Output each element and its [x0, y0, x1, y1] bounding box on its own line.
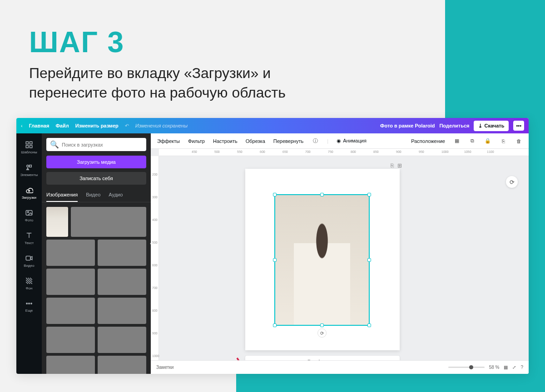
svg-rect-3: [30, 146, 32, 148]
search-input-wrap[interactable]: 🔍: [46, 138, 146, 151]
project-name[interactable]: Фото в рамке Polaroid: [380, 123, 435, 128]
undo-icon[interactable]: ↶: [125, 123, 129, 129]
rail-photos[interactable]: Фото: [16, 204, 42, 227]
rotate-handle[interactable]: ⟳: [317, 328, 327, 338]
link-icon[interactable]: ⧉: [469, 137, 476, 145]
resize-handle-nw[interactable]: [273, 193, 277, 196]
download-icon: ⤓: [478, 123, 482, 129]
resize-handle-n[interactable]: [320, 193, 324, 196]
trash-icon[interactable]: 🗑: [515, 137, 522, 145]
upload-thumb[interactable]: [98, 298, 146, 324]
rail-elements[interactable]: Элементы: [16, 159, 42, 181]
rail-label: Загрузки: [22, 196, 36, 200]
elements-icon: [25, 163, 33, 172]
design-page[interactable]: ⟳: [245, 169, 400, 350]
rail-label: Фон: [26, 286, 33, 290]
zoom-value[interactable]: 58 %: [489, 365, 500, 370]
rail-uploads[interactable]: Загрузки: [16, 181, 42, 204]
uploads-icon: [25, 186, 33, 194]
grid-view-icon[interactable]: ▦: [504, 365, 508, 370]
tool-crop[interactable]: Обрезка: [246, 138, 265, 144]
upload-thumb[interactable]: [46, 269, 95, 295]
tab-audio[interactable]: Аудио: [109, 188, 123, 202]
menu-home[interactable]: Главная: [29, 123, 50, 128]
upload-thumb[interactable]: [98, 356, 146, 374]
canvas-viewport[interactable]: ⎘ ⊞: [159, 156, 529, 360]
notes-button[interactable]: Заметки: [156, 365, 173, 370]
info-icon[interactable]: ⓘ: [312, 137, 319, 145]
more-button[interactable]: •••: [513, 121, 524, 131]
share-button[interactable]: Поделиться: [439, 123, 469, 128]
upload-thumb[interactable]: [46, 298, 95, 324]
resize-handle-se[interactable]: [367, 323, 371, 327]
tool-adjust[interactable]: Настроить: [213, 138, 238, 144]
menu-resize[interactable]: Изменить размер: [75, 123, 119, 128]
add-page-button[interactable]: + Еще 1 страница: [245, 356, 400, 360]
media-tabs: Изображения Видео Аудио: [42, 188, 151, 202]
upload-media-button[interactable]: Загрузить медиа: [46, 156, 146, 168]
lock-icon[interactable]: 🔒: [484, 137, 491, 145]
rail-label: Еще: [25, 309, 33, 313]
image-toolbar: Эффекты Фильтр Настроить Обрезка Перевер…: [151, 133, 529, 149]
svg-point-4: [27, 165, 29, 167]
tool-filter[interactable]: Фильтр: [188, 138, 205, 144]
photo-content: [294, 208, 350, 325]
tab-images[interactable]: Изображения: [46, 188, 78, 202]
rail-more[interactable]: ••• Еще: [16, 295, 42, 318]
menu-file[interactable]: Файл: [55, 123, 69, 128]
transparency-icon[interactable]: ▦: [453, 137, 461, 145]
search-icon: 🔍: [50, 140, 59, 149]
upload-thumb[interactable]: [98, 327, 146, 353]
tool-effects[interactable]: Эффекты: [157, 138, 180, 144]
svg-rect-5: [30, 165, 32, 167]
rail-videos[interactable]: Видео: [16, 250, 42, 272]
nav-rail: Шаблоны Элементы Загрузки Фото Текст Вид…: [16, 133, 42, 374]
add-page-icon[interactable]: ⊞: [397, 162, 402, 169]
fullscreen-icon[interactable]: ⤢: [512, 365, 516, 370]
search-input[interactable]: [62, 142, 143, 147]
rail-background[interactable]: Фон: [16, 272, 42, 295]
text-icon: [25, 231, 33, 240]
templates-icon: [25, 141, 33, 149]
resize-handle-s[interactable]: [320, 323, 324, 327]
tab-video[interactable]: Видео: [86, 188, 100, 202]
download-button[interactable]: ⤓ Скачать: [474, 121, 509, 131]
upload-thumb[interactable]: [98, 240, 146, 266]
record-self-button[interactable]: Записать себя: [46, 172, 146, 185]
rail-label: Фото: [25, 218, 33, 222]
upload-thumb[interactable]: [46, 207, 68, 237]
ruler-vertical: 2003004005006007008009001000: [151, 156, 159, 360]
tool-animation[interactable]: ◉Анимация: [337, 138, 367, 144]
rail-text[interactable]: Текст: [16, 227, 42, 250]
upload-thumb[interactable]: [98, 269, 146, 295]
more-icon: •••: [26, 300, 33, 307]
resize-handle-w[interactable]: [273, 258, 277, 262]
canvas-area: Эффекты Фильтр Настроить Обрезка Перевер…: [151, 133, 529, 374]
video-icon: [25, 254, 33, 262]
tool-position[interactable]: Расположение: [411, 138, 445, 144]
tool-flip[interactable]: Перевернуть: [273, 138, 304, 144]
upload-thumb[interactable]: [46, 240, 95, 266]
upload-thumb[interactable]: [46, 356, 95, 374]
copy-icon[interactable]: ⎘: [500, 137, 507, 145]
back-chevron-icon[interactable]: ‹: [21, 123, 23, 128]
step-title: ШАГ 3: [29, 25, 124, 59]
resize-handle-sw[interactable]: [273, 323, 277, 327]
uploads-grid: [42, 202, 151, 374]
upload-thumb[interactable]: [71, 207, 146, 237]
duplicate-page-icon[interactable]: ⎘: [391, 162, 394, 169]
selected-photo[interactable]: ⟳: [274, 194, 370, 326]
sync-icon[interactable]: ⟳: [506, 176, 518, 188]
svg-rect-8: [26, 256, 30, 260]
uploads-panel: 🔍 Загрузить медиа Записать себя Изображе…: [42, 133, 151, 374]
top-bar: ‹ Главная Файл Изменить размер ↶ Изменен…: [16, 118, 529, 133]
rail-label: Элементы: [20, 173, 38, 177]
background-icon: [25, 277, 33, 285]
rail-templates[interactable]: Шаблоны: [16, 136, 42, 159]
upload-thumb[interactable]: [46, 327, 95, 353]
help-icon[interactable]: ?: [520, 365, 523, 370]
resize-handle-ne[interactable]: [367, 193, 371, 196]
rail-label: Текст: [25, 241, 34, 245]
resize-handle-e[interactable]: [367, 258, 371, 262]
zoom-slider[interactable]: [448, 367, 485, 368]
